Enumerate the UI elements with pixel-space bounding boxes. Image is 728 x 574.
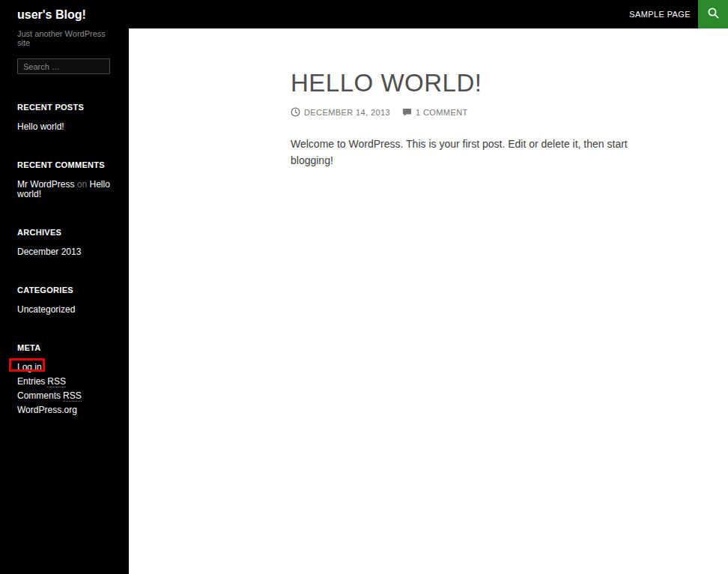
- post-date-label: DECEMBER 14, 2013: [304, 108, 390, 117]
- recent-comment-item: Mr WordPress on Hello world!: [17, 180, 110, 199]
- log-in-label: Log in: [17, 362, 42, 372]
- rss-abbr: RSS: [47, 376, 66, 387]
- post-date-link[interactable]: DECEMBER 14, 2013: [291, 107, 390, 117]
- post-article: HELLO WORLD! DECEMBER 14, 2013 1 COMMENT…: [129, 28, 728, 169]
- comments-rss-link[interactable]: CommentsRSS: [17, 391, 110, 401]
- archive-link[interactable]: December 2013: [17, 247, 110, 257]
- wordpress-org-link[interactable]: WordPress.org: [17, 405, 110, 415]
- search-input[interactable]: [17, 58, 110, 74]
- sidebar: user's Blog! Just another WordPress site…: [0, 0, 129, 574]
- widget-meta: META Log in EntriesRSS CommentsRSS WordP…: [17, 343, 110, 415]
- site-tagline: Just another WordPress site: [17, 29, 110, 47]
- main-content-area: HELLO WORLD! DECEMBER 14, 2013 1 COMMENT…: [129, 28, 728, 574]
- entries-rss-link[interactable]: EntriesRSS: [17, 377, 110, 387]
- clock-icon: [291, 107, 300, 117]
- widget-categories: CATEGORIES Uncategorized: [17, 286, 110, 315]
- comment-connector: on: [77, 179, 87, 190]
- search-toggle-button[interactable]: [698, 0, 728, 28]
- widget-heading: CATEGORIES: [17, 286, 110, 294]
- widget-heading: ARCHIVES: [17, 228, 110, 237]
- widget-archives: ARCHIVES December 2013: [17, 228, 110, 257]
- category-link[interactable]: Uncategorized: [17, 305, 110, 315]
- site-title[interactable]: user's Blog!: [17, 8, 110, 22]
- nav-item-sample-page[interactable]: SAMPLE PAGE: [622, 0, 698, 28]
- widget-recent-posts: RECENT POSTS Hello world!: [17, 103, 110, 132]
- widget-heading: RECENT POSTS: [17, 103, 110, 112]
- search-icon: [707, 7, 720, 22]
- post-meta-row: DECEMBER 14, 2013 1 COMMENT: [291, 107, 728, 117]
- comments-rss-label: Comments: [17, 390, 61, 401]
- post-title-link[interactable]: HELLO WORLD!: [291, 69, 728, 97]
- comment-bubble-icon: [402, 108, 412, 117]
- log-in-link[interactable]: Log in: [17, 363, 42, 372]
- widget-heading: RECENT COMMENTS: [17, 160, 110, 169]
- entries-rss-label: Entries: [17, 376, 45, 387]
- post-comments-label: 1 COMMENT: [416, 108, 468, 117]
- post-body-text: Welcome to WordPress. This is your first…: [291, 136, 669, 169]
- widget-recent-comments: RECENT COMMENTS Mr WordPress on Hello wo…: [17, 160, 110, 199]
- rss-abbr: RSS: [63, 390, 82, 402]
- post-comments-link[interactable]: 1 COMMENT: [402, 108, 468, 117]
- comment-author-link[interactable]: Mr WordPress: [17, 179, 74, 190]
- widget-heading: META: [17, 343, 110, 352]
- recent-post-link[interactable]: Hello world!: [17, 122, 110, 132]
